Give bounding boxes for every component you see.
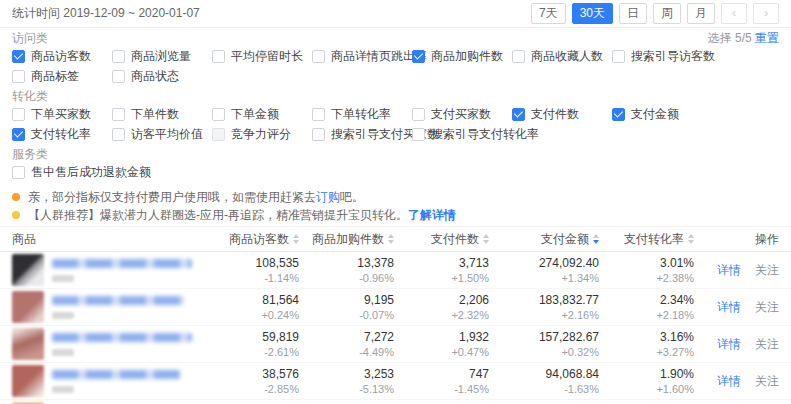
checkbox-page-views[interactable]: 商品浏览量 [112, 49, 212, 64]
checkbox-label: 搜索引导访客数 [631, 48, 715, 65]
delta: +2.16% [561, 309, 599, 321]
checkbox-label: 支付件数 [531, 106, 579, 123]
column-label: 支付转化率 [624, 231, 684, 248]
value: 183,832.77 [539, 293, 599, 307]
checkbox-detail-bounce-rate[interactable]: 商品详情页跳出率 [312, 49, 412, 64]
checkbox-icon [12, 70, 25, 83]
detail-link[interactable]: 详情 [717, 373, 741, 390]
column-label: 商品 [12, 231, 36, 248]
col-visitors[interactable]: 商品访客数 [199, 231, 299, 248]
product-thumbnail[interactable] [12, 328, 44, 360]
learn-more-link[interactable]: 了解详情 [408, 207, 456, 224]
detail-link[interactable]: 详情 [717, 262, 741, 279]
product-title-blurred[interactable] [52, 259, 192, 268]
checkbox-icon [312, 108, 325, 121]
col-pay-items[interactable]: 支付件数 [394, 231, 489, 248]
product-subtext-blurred [52, 275, 74, 282]
checkbox-pay-buyers[interactable]: 支付买家数 [412, 107, 512, 122]
subscribe-link[interactable]: 订购 [316, 189, 340, 206]
table-row: 108,535-1.14% 13,378-0.96% 3,713+1.50% 2… [0, 252, 791, 289]
checkbox-product-status[interactable]: 商品状态 [112, 69, 212, 84]
detail-link[interactable]: 详情 [717, 336, 741, 353]
checkbox-label: 支付金额 [631, 106, 679, 123]
follow-link[interactable]: 关注 [755, 336, 779, 353]
next-arrow-icon[interactable]: › [753, 3, 779, 24]
delta: +2.18% [656, 309, 694, 321]
checkbox-search-pay-conv-rate[interactable]: 搜索引导支付转化率 [412, 127, 512, 142]
delta: +0.32% [561, 346, 599, 358]
checkbox-search-pay-buyers[interactable]: 搜索引导支付买家数 [312, 127, 412, 142]
checkbox-order-conv-rate[interactable]: 下单转化率 [312, 107, 412, 122]
checkbox-competitiveness-score[interactable]: 竞争力评分 [212, 127, 312, 142]
product-thumbnail[interactable] [12, 365, 44, 397]
product-title-blurred[interactable] [52, 296, 184, 305]
range-month-button[interactable]: 月 [687, 3, 715, 24]
col-pay-amount[interactable]: 支付金额 [489, 231, 599, 248]
reset-link[interactable]: 重置 [755, 31, 779, 45]
checkbox-refund-amount[interactable]: 售中售后成功退款金额 [12, 165, 112, 180]
product-meta [52, 296, 184, 319]
product-cell [12, 365, 199, 397]
delta: +2.38% [656, 272, 694, 284]
checkbox-icon [312, 50, 325, 63]
product-thumbnail[interactable] [12, 291, 44, 323]
paid-feature-notice: 亲，部分指标仅支持付费用户使用哦，如需使用赶紧去 订购吧。 [12, 188, 779, 206]
follow-link[interactable]: 关注 [755, 262, 779, 279]
follow-link[interactable]: 关注 [755, 373, 779, 390]
checkbox-order-buyers[interactable]: 下单买家数 [12, 107, 112, 122]
table-row: 59,819-2.61% 7,272-4.49% 1,932+0.47% 157… [0, 326, 791, 363]
detail-link[interactable]: 详情 [717, 299, 741, 316]
follow-link[interactable]: 关注 [755, 299, 779, 316]
checkbox-icon [412, 108, 425, 121]
prev-arrow-icon[interactable]: ‹ [721, 3, 747, 24]
checkbox-pay-items[interactable]: 支付件数 [512, 107, 612, 122]
checkbox-label: 商品状态 [131, 68, 179, 85]
checkbox-checked-icon [512, 108, 525, 121]
checkbox-product-tags[interactable]: 商品标签 [12, 69, 112, 84]
stat-time-label: 统计时间 2019-12-09 ~ 2020-01-07 [12, 5, 200, 22]
checkbox-product-visitors[interactable]: 商品访客数 [12, 49, 112, 64]
product-title-blurred[interactable] [52, 333, 192, 342]
value: 3,713 [459, 256, 489, 270]
checkbox-label: 商品收藏人数 [531, 48, 603, 65]
product-thumbnail[interactable] [12, 254, 44, 286]
checkbox-avg-stay-duration[interactable]: 平均停留时长 [212, 49, 312, 64]
col-conv-rate[interactable]: 支付转化率 [599, 231, 694, 248]
col-cart-items[interactable]: 商品加购件数 [299, 231, 394, 248]
range-7d-button[interactable]: 7天 [531, 3, 566, 24]
checkbox-label: 商品浏览量 [131, 48, 191, 65]
range-30d-button[interactable]: 30天 [572, 3, 613, 24]
delta: +1.50% [451, 272, 489, 284]
checkbox-favorites-count[interactable]: 商品收藏人数 [512, 49, 612, 64]
action-cell: 详情关注 [694, 262, 779, 279]
checkbox-pay-amount[interactable]: 支付金额 [612, 107, 712, 122]
value: 3,253 [364, 367, 394, 381]
product-subtext-blurred [52, 386, 74, 393]
checkbox-order-amount[interactable]: 下单金额 [212, 107, 312, 122]
pay-amount-cell: 157,282.67+0.32% [489, 330, 599, 358]
product-title-blurred[interactable] [52, 370, 180, 379]
table-header: 商品 商品访客数 商品加购件数 支付件数 支付金额 支付转化率 操作 [0, 226, 791, 252]
notice-text: 亲，部分指标仅支持付费用户使用哦，如需使用赶紧去 [28, 189, 316, 206]
checkbox-label: 访客平均价值 [131, 126, 203, 143]
value: 274,092.40 [539, 256, 599, 270]
checkbox-icon [412, 128, 425, 141]
checkbox-visitor-avg-value[interactable]: 访客平均价值 [112, 127, 212, 142]
table-row: 81,564+0.24% 9,195-0.07% 2,206+2.32% 183… [0, 289, 791, 326]
checkbox-cart-items[interactable]: 商品加购件数 [412, 49, 512, 64]
visitors-cell: 81,564+0.24% [199, 293, 299, 321]
checkbox-pay-conv-rate[interactable]: 支付转化率 [12, 127, 112, 142]
range-day-button[interactable]: 日 [619, 3, 647, 24]
checkbox-label: 平均停留时长 [231, 48, 303, 65]
delta: -5.13% [359, 383, 394, 395]
delta: -2.61% [264, 346, 299, 358]
col-action: 操作 [694, 231, 779, 248]
metric-filters: 访问类 选择 5/5 重置 商品访客数 商品浏览量 平均停留时长 商品详情页跳出… [0, 28, 791, 180]
conv-cell: 2.34%+2.18% [599, 293, 694, 321]
checkbox-icon [312, 128, 325, 141]
checkbox-order-items[interactable]: 下单件数 [112, 107, 212, 122]
range-week-button[interactable]: 周 [653, 3, 681, 24]
pay-amount-cell: 183,832.77+2.16% [489, 293, 599, 321]
cart-cell: 3,253-5.13% [299, 367, 394, 395]
checkbox-search-guided-visitors[interactable]: 搜索引导访客数 [612, 49, 712, 64]
